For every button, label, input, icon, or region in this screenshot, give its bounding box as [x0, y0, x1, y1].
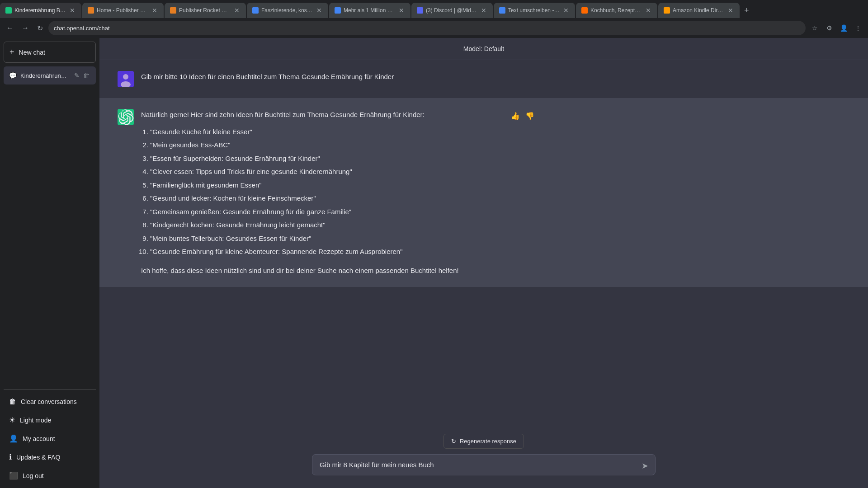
assistant-message-row: Natürlich gerne! Hier sind zehn Ideen fü…: [99, 98, 868, 287]
list-item: "Mein gesundes Ess-ABC": [150, 139, 503, 151]
tab-title: Publisher Rocket Erfo...: [179, 7, 231, 14]
delete-icon[interactable]: 🗑: [82, 71, 90, 80]
chat-item[interactable]: 💬 Kinderernährung Buchti ✎ 🗑: [4, 66, 96, 84]
tab-publisher-rocket[interactable]: Home - Publisher Roc... ✕: [82, 3, 164, 18]
tab-publisher-rocket-2[interactable]: Publisher Rocket Erfo... ✕: [165, 3, 246, 18]
light-mode-label: Light mode: [20, 417, 51, 424]
thumbs-down-icon[interactable]: 👎: [524, 111, 535, 121]
user-message-text: Gib mir bitte 10 Ideen für einen Buchtit…: [141, 71, 503, 83]
app-layout: + New chat 💬 Kinderernährung Buchti ✎ 🗑 …: [0, 38, 868, 488]
tab-close-icon[interactable]: ✕: [645, 6, 652, 15]
back-button[interactable]: ←: [4, 22, 16, 34]
assistant-message-content: Natürlich gerne! Hier sind zehn Ideen fü…: [141, 109, 503, 276]
regenerate-icon: ↻: [451, 438, 456, 445]
tab-title: Home - Publisher Roc...: [97, 7, 148, 14]
log-out-button[interactable]: ⬛ Log out: [4, 467, 96, 484]
list-item: "Mein buntes Tellerbuch: Gesundes Essen …: [150, 233, 503, 244]
tab-mehr[interactable]: Mehr als 1 Million Gr... ✕: [329, 3, 410, 18]
chat-area: Gib mir bitte 10 Ideen für einen Buchtit…: [99, 60, 868, 427]
assistant-intro: Natürlich gerne! Hier sind zehn Ideen fü…: [141, 111, 425, 118]
updates-faq-button[interactable]: ℹ Updates & FAQ: [4, 448, 96, 466]
message-input[interactable]: [312, 454, 656, 475]
list-item: "Gemeinsam genießen: Gesunde Ernährung f…: [150, 206, 503, 218]
list-item: "Gesund und lecker: Kochen für kleine Fe…: [150, 192, 503, 204]
input-box-wrapper: ➤: [312, 454, 656, 477]
tab-favicon: [335, 7, 341, 14]
address-text: chat.openai.com/chat: [54, 25, 110, 32]
list-item: "Kindgerecht kochen: Gesunde Ernährung l…: [150, 219, 503, 231]
browser-chrome: Kinderernährung Buch... ✕ Home - Publish…: [0, 0, 868, 38]
log-out-label: Log out: [23, 472, 44, 479]
tab-favicon: [581, 7, 588, 14]
tab-close-icon[interactable]: ✕: [151, 6, 158, 15]
thumbs-up-icon[interactable]: 👍: [510, 111, 521, 121]
account-icon: 👤: [9, 434, 18, 443]
tab-amazon[interactable]: Amazon Kindle Direc... ✕: [658, 3, 740, 18]
sidebar-bottom: 🗑 Clear conversations ☀ Light mode 👤 My …: [4, 389, 96, 484]
forward-button[interactable]: →: [19, 22, 32, 34]
list-item: "Gesunde Ernährung für kleine Abenteurer…: [150, 246, 503, 258]
tab-discord[interactable]: (3) Discord | @Midjo... ✕: [411, 3, 493, 18]
toolbar-icons: ☆ ⚙ 👤 ⋮: [808, 22, 864, 34]
tab-title: (3) Discord | @Midjo...: [426, 7, 477, 14]
tab-favicon: [664, 7, 670, 14]
new-chat-label: New chat: [19, 49, 45, 56]
tab-close-icon[interactable]: ✕: [398, 6, 405, 15]
logout-icon: ⬛: [9, 471, 18, 480]
updates-faq-label: Updates & FAQ: [16, 454, 60, 461]
tab-faszinierende[interactable]: Faszinierende, kosten... ✕: [247, 3, 328, 18]
tab-close-icon[interactable]: ✕: [727, 6, 734, 15]
tab-text[interactable]: Text umschreiben - B... ✕: [494, 3, 575, 18]
menu-icon[interactable]: ⋮: [852, 22, 864, 34]
tab-favicon: [5, 7, 12, 14]
chat-item-actions: ✎ 🗑: [73, 71, 90, 80]
tab-title: Kochbuch, Rezeptbu...: [590, 7, 642, 14]
new-chat-plus-icon: +: [9, 47, 14, 57]
model-bar: Model: Default: [99, 38, 868, 60]
tab-close-icon[interactable]: ✕: [233, 6, 241, 15]
tab-close-icon[interactable]: ✕: [562, 6, 570, 15]
main-content: Model: Default Gib mir bitte 10 Ideen fü…: [99, 38, 868, 488]
tab-favicon: [88, 7, 94, 14]
tab-title: Kinderernährung Buch...: [14, 7, 66, 14]
tab-close-icon[interactable]: ✕: [480, 6, 487, 15]
bookmark-icon[interactable]: ☆: [808, 22, 821, 34]
tab-active[interactable]: Kinderernährung Buch... ✕: [0, 3, 81, 18]
clear-conversations-button[interactable]: 🗑 Clear conversations: [4, 393, 96, 410]
my-account-button[interactable]: 👤 My account: [4, 430, 96, 447]
light-mode-button[interactable]: ☀ Light mode: [4, 411, 96, 429]
list-item: "Essen für Superhelden: Gesunde Ernährun…: [150, 153, 503, 164]
user-avatar: [118, 71, 134, 87]
reload-button[interactable]: ↻: [34, 22, 46, 34]
address-box[interactable]: chat.openai.com/chat: [48, 21, 806, 35]
sidebar: + New chat 💬 Kinderernährung Buchti ✎ 🗑 …: [0, 38, 99, 488]
tab-favicon: [499, 7, 505, 14]
chat-list: 💬 Kinderernährung Buchti ✎ 🗑: [4, 66, 96, 389]
tab-title: Amazon Kindle Direc...: [673, 7, 724, 14]
list-item: "Familienglück mit gesundem Essen": [150, 179, 503, 191]
extensions-icon[interactable]: ⚙: [823, 22, 835, 34]
new-chat-button[interactable]: + New chat: [4, 42, 96, 63]
tab-favicon: [170, 7, 176, 14]
send-button[interactable]: ➤: [640, 459, 650, 473]
model-label: Model: Default: [463, 45, 504, 52]
new-tab-button[interactable]: +: [741, 3, 753, 18]
assistant-outro: Ich hoffe, dass diese Ideen nützlich sin…: [141, 265, 503, 277]
list-item: "Clever essen: Tipps und Tricks für eine…: [150, 166, 503, 178]
tab-close-icon[interactable]: ✕: [69, 6, 76, 15]
tab-close-icon[interactable]: ✕: [316, 6, 323, 15]
tab-kochbuch[interactable]: Kochbuch, Rezeptbu... ✕: [576, 3, 657, 18]
book-title-list: "Gesunde Küche für kleine Esser""Mein ge…: [141, 126, 503, 258]
profile-icon[interactable]: 👤: [837, 22, 850, 34]
regenerate-button[interactable]: ↻ Regenerate response: [443, 434, 524, 449]
tab-title: Mehr als 1 Million Gr...: [344, 7, 395, 14]
tab-title: Faszinierende, kosten...: [261, 7, 313, 14]
chat-item-title: Kinderernährung Buchti: [20, 72, 70, 79]
tab-favicon: [252, 7, 259, 14]
tab-title: Text umschreiben - B...: [508, 7, 560, 14]
edit-icon[interactable]: ✎: [73, 71, 80, 80]
regenerate-label: Regenerate response: [460, 438, 516, 445]
my-account-label: My account: [23, 435, 55, 442]
clear-conversations-label: Clear conversations: [21, 398, 77, 405]
user-message-row: Gib mir bitte 10 Ideen für einen Buchtit…: [99, 60, 868, 98]
